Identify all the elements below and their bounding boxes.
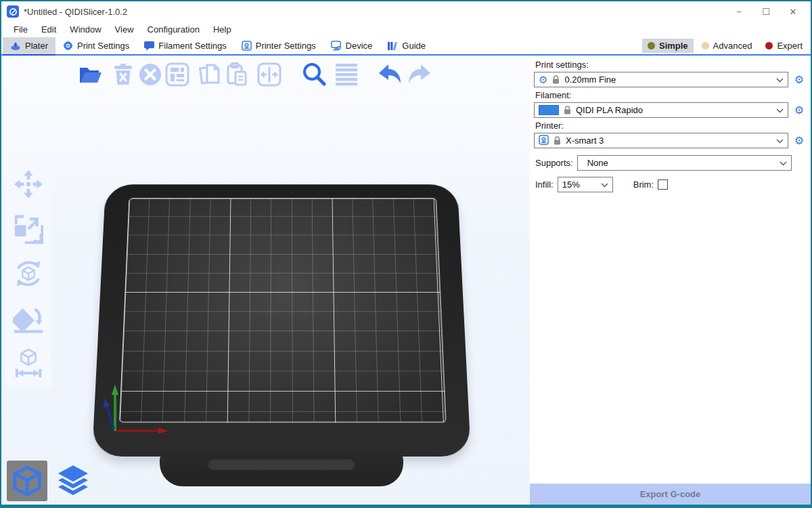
settings-panel: Print settings: ⚙ 0.20mm Fine ⚙ Filament… — [530, 56, 811, 505]
folder-open-icon[interactable] — [77, 61, 104, 88]
filament-icon — [144, 41, 154, 51]
chevron-down-icon — [776, 135, 784, 146]
copy-icon[interactable] — [196, 61, 223, 88]
chevron-down-icon — [601, 179, 608, 190]
lock-icon — [554, 136, 561, 145]
tab-device[interactable]: Device — [323, 37, 380, 54]
flatten-icon[interactable] — [12, 302, 45, 335]
mode-selector: Simple Advanced Expert — [642, 37, 811, 54]
arrange-grid-icon[interactable] — [164, 61, 191, 88]
menu-edit[interactable]: Edit — [35, 23, 63, 36]
print-settings-gear-button[interactable]: ⚙ — [792, 72, 807, 87]
bed-handle-recess — [207, 457, 356, 470]
filament-gear-button[interactable]: ⚙ — [792, 103, 807, 118]
close-icon[interactable]: ✕ — [780, 3, 807, 20]
supports-label: Supports: — [535, 158, 573, 168]
tab-label: Print Settings — [77, 41, 129, 51]
app-window: *Untitled - QIDISlicer-1.0.2 − ☐ ✕ File … — [0, 0, 812, 508]
chevron-down-icon — [780, 158, 787, 168]
plater-icon — [10, 41, 21, 51]
tab-plater[interactable]: Plater — [3, 37, 55, 54]
printer-icon — [242, 41, 252, 51]
bed-handle — [160, 451, 403, 486]
printer-combo[interactable]: X-smart 3 — [534, 133, 788, 148]
menu-window[interactable]: Window — [63, 23, 108, 36]
app-logo-icon — [7, 5, 19, 18]
tab-label: Guide — [402, 41, 426, 51]
mode-advanced[interactable]: Advanced — [696, 39, 758, 53]
window-title: *Untitled - QIDISlicer-1.0.2 — [24, 7, 127, 17]
menu-configuration[interactable]: Configuration — [141, 23, 206, 36]
view-layers-icon[interactable] — [53, 461, 93, 501]
chevron-down-icon — [776, 75, 784, 85]
maximize-icon[interactable]: ☐ — [752, 3, 780, 20]
supports-combo[interactable]: None — [577, 155, 792, 171]
move-icon[interactable] — [12, 168, 45, 200]
brim-label: Brim: — [633, 179, 654, 190]
left-toolbar — [5, 160, 51, 387]
tab-label: Device — [346, 41, 373, 51]
trash-delete-icon[interactable] — [110, 61, 137, 88]
mode-label: Advanced — [713, 41, 752, 51]
infill-combo[interactable]: 15% — [558, 177, 613, 192]
gear-icon: ⚙ — [539, 75, 547, 85]
titlebar: *Untitled - QIDISlicer-1.0.2 − ☐ ✕ — [1, 1, 811, 22]
tab-print-settings[interactable]: Print Settings — [55, 37, 137, 54]
supports-value: None — [582, 158, 608, 168]
search-icon[interactable] — [300, 61, 328, 88]
minimize-icon[interactable]: − — [725, 3, 752, 20]
guide-icon — [387, 41, 398, 51]
printer-label: Printer: — [535, 121, 807, 131]
viewport-3d[interactable] — [1, 56, 530, 505]
undo-icon[interactable] — [378, 61, 405, 88]
brim-checkbox[interactable] — [658, 179, 668, 190]
printer-icon — [539, 135, 549, 147]
printer-value: X-smart 3 — [566, 135, 604, 146]
lock-icon — [552, 75, 560, 84]
print-settings-label: Print settings: — [535, 60, 807, 70]
tab-label: Filament Settings — [158, 41, 226, 51]
filament-value: QIDI PLA Rapido — [576, 105, 643, 115]
print-settings-combo[interactable]: ⚙ 0.20mm Fine — [534, 72, 788, 87]
mode-label: Expert — [777, 41, 803, 51]
measure-icon[interactable] — [12, 347, 45, 379]
filament-combo[interactable]: QIDI PLA Rapido — [534, 102, 788, 118]
gear-icon — [63, 41, 73, 51]
redo-icon[interactable] — [405, 61, 432, 88]
top-toolbar — [77, 59, 432, 90]
menu-view[interactable]: View — [108, 23, 141, 36]
menu-help[interactable]: Help — [206, 23, 238, 36]
tab-printer-settings[interactable]: Printer Settings — [234, 37, 323, 54]
tab-filament-settings[interactable]: Filament Settings — [137, 37, 233, 54]
tab-guide[interactable]: Guide — [380, 37, 433, 54]
split-panes-icon[interactable] — [256, 61, 283, 88]
filament-color-swatch — [539, 105, 559, 115]
advanced-mode-dot-icon — [702, 42, 709, 49]
mode-label: Simple — [659, 41, 688, 51]
menu-file[interactable]: File — [7, 23, 35, 36]
expert-mode-dot-icon — [765, 42, 773, 49]
scale-icon[interactable] — [12, 213, 45, 245]
view-3d-cube-icon[interactable] — [7, 461, 47, 501]
simple-mode-dot-icon — [648, 42, 655, 49]
paste-icon[interactable] — [223, 61, 250, 88]
infill-value: 15% — [562, 179, 580, 190]
export-gcode-button[interactable]: Export G-code — [530, 484, 811, 505]
mode-expert[interactable]: Expert — [760, 39, 808, 53]
lock-icon — [564, 106, 571, 114]
mode-simple[interactable]: Simple — [642, 39, 694, 53]
print-bed-3d[interactable] — [92, 153, 471, 492]
view-switcher — [7, 461, 93, 501]
axis-gizmo-icon — [97, 382, 179, 435]
chevron-down-icon — [776, 105, 784, 115]
tab-label: Printer Settings — [256, 41, 316, 51]
filament-label: Filament: — [535, 90, 807, 100]
layers-list-icon[interactable] — [333, 61, 360, 88]
print-settings-value: 0.20mm Fine — [564, 75, 616, 85]
rotate-icon[interactable] — [12, 257, 45, 290]
menubar: File Edit Window View Configuration Help — [1, 22, 811, 37]
printer-gear-button[interactable]: ⚙ — [792, 133, 807, 148]
delete-all-icon[interactable] — [137, 61, 164, 88]
tab-label: Plater — [25, 41, 48, 51]
infill-label: Infill: — [535, 179, 554, 190]
